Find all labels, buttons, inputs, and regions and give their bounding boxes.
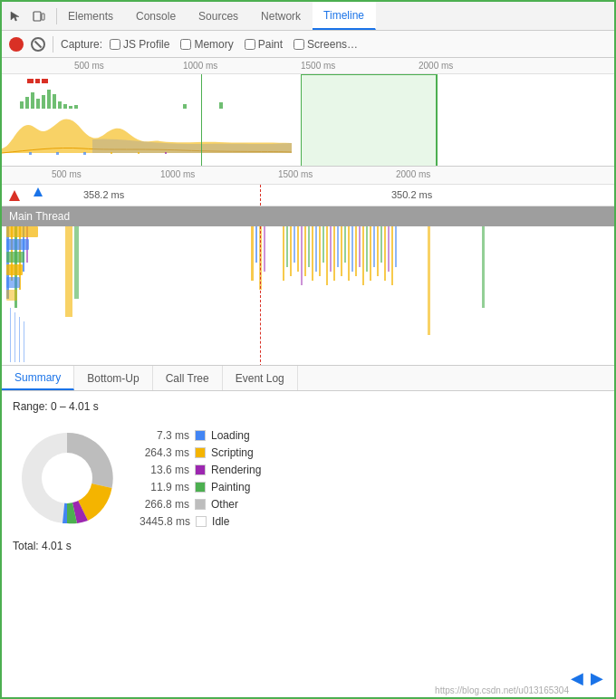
marker-label-350: 350.2 ms (391, 189, 432, 200)
svg-rect-68 (388, 226, 390, 272)
flame-chart[interactable] (2, 226, 614, 366)
marker-row: 358.2 ms 350.2 ms (2, 185, 614, 206)
svg-rect-1 (42, 14, 44, 20)
legend-value-loading: 7.3 ms (140, 429, 189, 442)
svg-rect-59 (355, 226, 357, 276)
svg-rect-16 (56, 152, 59, 155)
tab-summary[interactable]: Summary (2, 366, 74, 390)
pie-chart (13, 424, 121, 532)
capture-options: JS Profile Memory Paint Screens… (110, 38, 358, 51)
svg-rect-58 (351, 226, 353, 272)
paint-input[interactable] (245, 39, 255, 50)
svg-rect-0 (34, 12, 41, 21)
svg-rect-40 (286, 226, 288, 267)
svg-rect-51 (326, 226, 328, 285)
marker-triangle-red (9, 190, 20, 201)
tab-bar: Elements Console Sources Network Timelin… (2, 2, 614, 31)
svg-rect-44 (301, 226, 303, 285)
legend-item-idle: 3445.8 ms Idle (140, 515, 261, 528)
js-profile-input[interactable] (110, 39, 120, 50)
svg-rect-53 (333, 226, 335, 281)
time-marker-left (201, 74, 202, 167)
svg-rect-65 (377, 226, 379, 276)
legend-item-painting: 11.9 ms Painting (140, 481, 261, 493)
svg-rect-72 (482, 226, 485, 308)
svg-rect-49 (319, 226, 321, 276)
svg-rect-15 (29, 152, 32, 155)
tab-event-log[interactable]: Event Log (223, 366, 298, 390)
legend-list: 7.3 ms Loading 264.3 ms Scripting 13.6 m… (140, 429, 261, 528)
cursor-icon[interactable] (5, 6, 25, 26)
time-marker-right (437, 74, 438, 167)
legend-value-scripting: 264.3 ms (140, 446, 189, 459)
ruler-mark-500: 500 ms (74, 61, 104, 71)
device-icon[interactable] (29, 6, 49, 26)
watermark: https://blog.csdn.net/u013165304 (435, 685, 569, 695)
tab-console[interactable]: Console (125, 2, 188, 30)
svg-rect-56 (344, 226, 346, 263)
legend-value-painting: 11.9 ms (140, 481, 189, 493)
screenshot-input[interactable] (294, 39, 304, 50)
legend-name-scripting: Scripting (211, 446, 254, 459)
next-arrow[interactable]: ▶ (591, 668, 603, 688)
svg-rect-20 (165, 152, 167, 154)
detail-ruler-500: 500 ms (52, 169, 82, 179)
legend-color-painting (195, 482, 206, 493)
svg-rect-41 (290, 226, 292, 276)
overview-canvas[interactable] (2, 74, 614, 167)
memory-checkbox[interactable]: Memory (180, 38, 233, 51)
selection-overlay[interactable] (301, 74, 437, 167)
js-profile-checkbox[interactable]: JS Profile (110, 38, 169, 51)
overview-ruler: 500 ms 1000 ms 1500 ms 2000 ms (2, 58, 614, 74)
svg-rect-33 (65, 226, 72, 317)
svg-rect-64 (373, 226, 375, 267)
paint-checkbox[interactable]: Paint (245, 38, 283, 51)
record-button[interactable] (9, 37, 24, 52)
detail-ruler: 500 ms 1000 ms 1500 ms 2000 ms (2, 167, 614, 185)
clear-button[interactable] (31, 37, 45, 52)
screenshot-checkbox[interactable]: Screens… (294, 38, 358, 51)
svg-rect-69 (391, 226, 393, 285)
tab-sources[interactable]: Sources (188, 2, 250, 30)
svg-rect-52 (330, 226, 332, 272)
tab-timeline[interactable]: Timeline (313, 2, 376, 30)
legend-value-other: 266.8 ms (140, 498, 189, 511)
svg-rect-74 (14, 312, 15, 362)
total-row: Total: 4.01 s (13, 540, 603, 552)
svg-rect-18 (111, 152, 112, 154)
svg-rect-60 (359, 226, 361, 267)
tab-network[interactable]: Network (250, 2, 313, 30)
svg-rect-63 (370, 226, 371, 281)
prev-arrow[interactable]: ◀ (571, 668, 583, 688)
pie-chart-svg (13, 424, 121, 532)
svg-rect-17 (83, 152, 86, 155)
svg-rect-47 (312, 226, 313, 281)
detail-timeline[interactable]: 500 ms 1000 ms 1500 ms 2000 ms 358.2 ms … (2, 167, 614, 366)
svg-rect-19 (138, 152, 140, 154)
legend-value-rendering: 13.6 ms (140, 464, 189, 476)
legend-item-loading: 7.3 ms Loading (140, 429, 261, 442)
svg-rect-54 (337, 226, 339, 267)
svg-rect-45 (304, 226, 306, 276)
legend-name-loading: Loading (211, 429, 250, 442)
detail-ruler-1000: 1000 ms (160, 169, 195, 179)
svg-rect-38 (264, 226, 265, 272)
toolbar: Capture: JS Profile Memory Paint Screens… (2, 31, 614, 58)
svg-rect-35 (251, 226, 254, 281)
tab-bottom-up[interactable]: Bottom-Up (74, 366, 152, 390)
overview-panel[interactable]: 500 ms 1000 ms 1500 ms 2000 ms (2, 58, 614, 167)
ruler-mark-1500: 1500 ms (301, 61, 335, 71)
bottom-panel: Summary Bottom-Up Call Tree Event Log Ra… (2, 366, 614, 697)
svg-rect-71 (428, 226, 430, 335)
range-text: Range: 0 – 4.01 s (13, 400, 603, 413)
legend-item-rendering: 13.6 ms Rendering (140, 464, 261, 476)
flame-chart-svg (2, 226, 614, 366)
legend-name-other: Other (211, 498, 238, 511)
tab-list: Elements Console Sources Network Timelin… (57, 2, 376, 30)
memory-input[interactable] (180, 39, 191, 50)
tab-elements[interactable]: Elements (57, 2, 125, 30)
marker-triangle-blue (34, 187, 43, 196)
tab-call-tree[interactable]: Call Tree (153, 366, 223, 390)
svg-rect-76 (24, 321, 24, 362)
svg-rect-75 (19, 317, 20, 362)
